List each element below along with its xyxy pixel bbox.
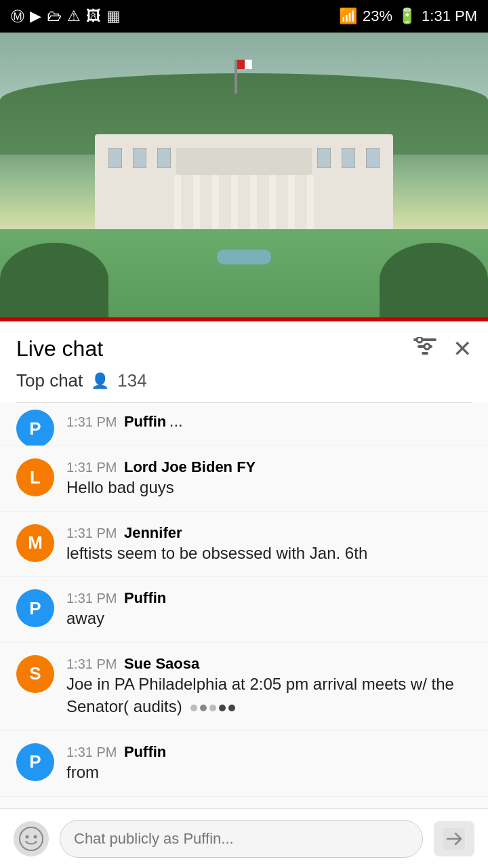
chat-content: 1:31 PM Jennifer leftists seem to be obs… bbox=[66, 524, 472, 565]
chat-input-bar bbox=[0, 808, 488, 868]
avatar: P bbox=[16, 743, 54, 781]
svg-point-4 bbox=[424, 344, 430, 349]
viewer-count: 134 bbox=[117, 370, 146, 391]
column bbox=[174, 175, 181, 236]
avatar: P bbox=[16, 410, 54, 446]
lawn-pool bbox=[217, 250, 271, 264]
app-icon-grid: ▦ bbox=[106, 7, 121, 25]
column bbox=[288, 175, 295, 236]
dot bbox=[209, 705, 216, 711]
live-chat-title: Live chat bbox=[16, 336, 103, 361]
send-button[interactable] bbox=[434, 821, 474, 856]
chat-content: 1:31 PM Puffin from bbox=[66, 743, 472, 784]
app-icon-image: 🖼 bbox=[86, 7, 101, 25]
avatar: P bbox=[16, 589, 54, 627]
chat-username: Puffin bbox=[124, 413, 166, 430]
windows-right bbox=[317, 148, 380, 168]
app-icon-warning: ⚠ bbox=[67, 7, 81, 25]
avatar: M bbox=[16, 524, 54, 562]
windows-left bbox=[108, 148, 171, 168]
tree-right bbox=[380, 243, 488, 317]
column bbox=[193, 175, 200, 236]
column bbox=[250, 175, 257, 236]
battery-icon: 🔋 bbox=[398, 7, 416, 25]
chat-input-field[interactable] bbox=[60, 820, 423, 858]
column bbox=[307, 175, 314, 236]
chat-username: Lord Joe Biden FY bbox=[124, 458, 256, 475]
filter-icon[interactable] bbox=[413, 337, 436, 361]
chat-time: 1:31 PM bbox=[66, 460, 117, 475]
chat-header: Live chat ✕ Top chat 👤 134 bbox=[0, 321, 488, 403]
dot bbox=[200, 705, 207, 711]
chat-username: Puffin bbox=[124, 589, 166, 606]
video-player[interactable] bbox=[0, 33, 488, 317]
chat-item: L 1:31 PM Lord Joe Biden FY Hello bad gu… bbox=[0, 446, 488, 512]
chat-content: 1:31 PM Puffin ... bbox=[66, 410, 472, 433]
chat-item: M 1:31 PM Jennifer leftists seem to be o… bbox=[0, 512, 488, 578]
column bbox=[212, 175, 219, 236]
chat-content: 1:31 PM Sue Saosa Joe in PA Philadelphia… bbox=[66, 655, 472, 718]
chat-item: P 1:31 PM Puffin ... bbox=[0, 403, 488, 446]
emoji-button[interactable] bbox=[14, 821, 49, 856]
status-icons: Ⓜ ▶ 🗁 ⚠ 🖼 ▦ bbox=[11, 7, 121, 26]
close-icon[interactable]: ✕ bbox=[453, 335, 472, 362]
status-bar: Ⓜ ▶ 🗁 ⚠ 🖼 ▦ 📶 23% 🔋 1:31 PM bbox=[0, 0, 488, 33]
battery-percent: 23% bbox=[363, 7, 392, 25]
svg-point-10 bbox=[34, 835, 37, 838]
chat-message: Hello bad guys bbox=[66, 476, 472, 499]
svg-rect-2 bbox=[422, 352, 428, 355]
chat-username: Jennifer bbox=[124, 524, 182, 541]
viewers-icon: 👤 bbox=[91, 372, 109, 390]
video-lawn bbox=[0, 229, 488, 317]
chat-username: Puffin bbox=[124, 743, 166, 760]
typing-dots bbox=[190, 705, 235, 711]
wifi-icon: 📶 bbox=[339, 7, 357, 25]
tree-left bbox=[0, 243, 108, 317]
chat-time: 1:31 PM bbox=[66, 414, 117, 429]
chat-username: Sue Saosa bbox=[124, 655, 199, 672]
app-icon-folder: 🗁 bbox=[47, 7, 62, 25]
column bbox=[269, 175, 276, 236]
chat-time: 1:31 PM bbox=[66, 745, 117, 760]
portico bbox=[176, 148, 312, 175]
video-flag bbox=[235, 60, 237, 94]
dot bbox=[219, 705, 226, 711]
svg-point-3 bbox=[417, 337, 422, 342]
svg-point-8 bbox=[20, 827, 43, 850]
chat-message: away bbox=[66, 607, 472, 630]
svg-point-9 bbox=[26, 835, 29, 838]
app-icon-play: ▶ bbox=[30, 7, 41, 25]
top-chat-label: Top chat bbox=[16, 370, 83, 391]
chat-item: P 1:31 PM Puffin from bbox=[0, 731, 488, 797]
column bbox=[231, 175, 238, 236]
chat-content: 1:31 PM Puffin away bbox=[66, 589, 472, 630]
avatar: S bbox=[16, 655, 54, 693]
dot bbox=[228, 705, 235, 711]
chat-message: ... bbox=[169, 412, 183, 430]
chat-message: from bbox=[66, 761, 472, 784]
chat-item: S 1:31 PM Sue Saosa Joe in PA Philadelph… bbox=[0, 643, 488, 731]
app-icon-m: Ⓜ bbox=[11, 7, 24, 26]
clock: 1:31 PM bbox=[422, 7, 477, 25]
chat-time: 1:31 PM bbox=[66, 591, 117, 606]
status-info: 📶 23% 🔋 1:31 PM bbox=[339, 7, 477, 25]
chat-item: P 1:31 PM Puffin away bbox=[0, 577, 488, 643]
avatar: L bbox=[16, 458, 54, 496]
chat-messages-list: P 1:31 PM Puffin ... L 1:31 PM Lord Joe … bbox=[0, 403, 488, 868]
video-building bbox=[95, 134, 393, 236]
chat-time: 1:31 PM bbox=[66, 656, 117, 671]
chat-content: 1:31 PM Lord Joe Biden FY Hello bad guys bbox=[66, 458, 472, 499]
dot bbox=[190, 705, 197, 711]
chat-time: 1:31 PM bbox=[66, 526, 117, 540]
chat-message: leftists seem to be obsessed with Jan. 6… bbox=[66, 542, 472, 565]
chat-message: Joe in PA Philadelphia at 2:05 pm arriva… bbox=[66, 673, 472, 718]
